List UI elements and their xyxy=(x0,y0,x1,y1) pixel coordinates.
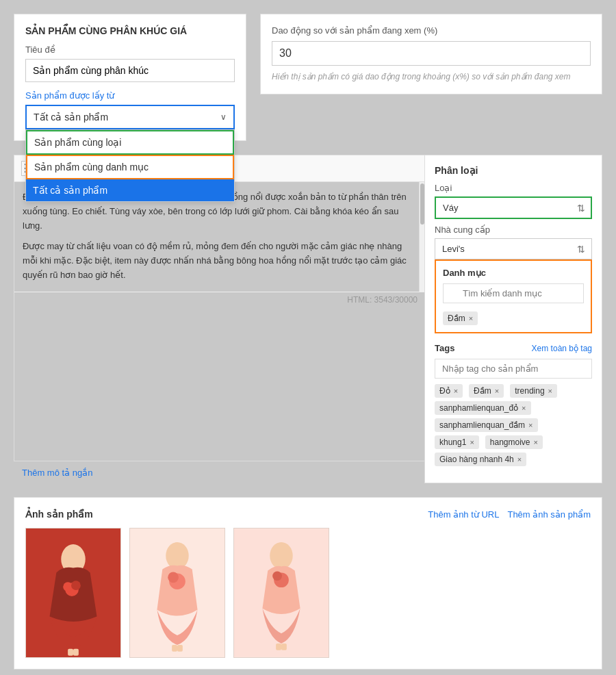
tag-dam-remove[interactable]: × xyxy=(495,387,499,395)
tag-sp-lq-do: sanphamlienquan_đỏ × xyxy=(435,401,531,415)
tags-title: Tags xyxy=(435,343,454,353)
tag-giao-hang-remove[interactable]: × xyxy=(517,455,522,463)
chevron-down-icon: ∨ xyxy=(220,112,227,122)
svg-point-3 xyxy=(63,582,73,591)
dao-dong-label: Dao động so với sản phẩm đang xem (%) xyxy=(272,25,591,36)
san-pham-source-label: Sản phẩm được lấy từ xyxy=(25,90,235,101)
ncc-select-wrapper: Levi's xyxy=(435,238,592,259)
product-image-2[interactable] xyxy=(129,528,225,658)
anh-links: Thêm ảnh từ URL Thêm ảnh sản phẩm xyxy=(428,509,591,520)
tags-header: Tags Xem toàn bộ tag xyxy=(435,343,592,353)
product-image-1-svg xyxy=(26,528,120,657)
tieu-de-label: Tiêu đề xyxy=(25,44,235,55)
danh-muc-search-input[interactable] xyxy=(443,283,584,303)
tag-dam: Đầm × xyxy=(469,384,504,398)
loai-select[interactable]: Váy xyxy=(435,196,592,219)
right-sidebar: Phân loại Loại Váy Nhà cung cấp Levi's D… xyxy=(424,155,602,483)
svg-rect-5 xyxy=(68,649,73,656)
phan-loai-title: Phân loại xyxy=(435,165,592,176)
them-anh-url-link[interactable]: Thêm ảnh từ URL xyxy=(428,509,499,520)
svg-rect-18 xyxy=(281,644,287,650)
tags-row-4: khung1 × hangmoive × xyxy=(435,435,592,449)
tags-row-5: Giao hàng nhanh 4h × xyxy=(435,453,592,466)
tag-sp-lq-dam-remove[interactable]: × xyxy=(528,421,532,429)
svg-rect-12 xyxy=(177,645,183,652)
editor-column: 🖼 🔗 </> ⚑ ⛶ Đầm dạ hội cổ cách điệu kiểu… xyxy=(14,155,424,483)
middle-panel: 🖼 🔗 </> ⚑ ⛶ Đầm dạ hội cổ cách điệu kiểu… xyxy=(14,155,602,483)
anh-header: Ảnh sản phẩm Thêm ảnh từ URL Thêm ảnh sả… xyxy=(25,509,591,520)
editor-footer: HTML: 3543/30000 xyxy=(14,292,424,307)
product-image-3[interactable] xyxy=(233,528,329,658)
tags-row-2: sanphamlienquan_đỏ × xyxy=(435,401,592,415)
product-image-2-svg xyxy=(130,528,224,657)
them-anh-sp-link[interactable]: Thêm ảnh sản phẩm xyxy=(507,509,591,520)
scrollbar[interactable] xyxy=(419,182,424,292)
tag-hangmoive: hangmoive × xyxy=(485,435,543,449)
svg-point-10 xyxy=(168,572,179,583)
xem-toan-bo-link[interactable]: Xem toàn bộ tag xyxy=(532,344,592,353)
danh-muc-tag-dam: Đầm × xyxy=(443,311,478,325)
tag-trending: trending × xyxy=(510,384,557,398)
tag-khung1-remove[interactable]: × xyxy=(470,438,474,446)
tag-khung1: khung1 × xyxy=(435,435,479,449)
tag-do-remove[interactable]: × xyxy=(454,387,458,395)
ncc-select[interactable]: Levi's xyxy=(435,238,592,259)
danh-muc-search-wrapper xyxy=(443,283,584,307)
svg-rect-6 xyxy=(73,649,79,656)
product-images xyxy=(25,528,591,658)
svg-rect-17 xyxy=(276,644,281,650)
danh-muc-title: Danh mục xyxy=(443,268,584,278)
product-image-3-svg xyxy=(234,528,329,657)
danh-muc-section: Danh mục Đầm × xyxy=(435,259,592,333)
loai-label: Loại xyxy=(435,183,592,193)
tags-row-3: sanphamlienquan_đầm × xyxy=(435,418,592,432)
dao-dong-input[interactable] xyxy=(272,41,591,66)
dam-tag-remove-icon[interactable]: × xyxy=(469,314,473,322)
tags-section: Tags Xem toàn bộ tag Đỏ × Đầm × trending xyxy=(435,343,592,466)
dropdown-item-all[interactable]: Tất cả sản phẩm xyxy=(26,179,234,201)
anh-title: Ảnh sản phẩm xyxy=(25,509,93,520)
main-container: SẢN PHẨM CÙNG PHÂN KHÚC GIÁ Tiêu đề Sản … xyxy=(0,0,616,675)
them-mo-ta-link[interactable]: Thêm mô tả ngắn xyxy=(14,462,101,483)
svg-rect-11 xyxy=(172,645,177,652)
price-range-card: Dao động so với sản phẩm đang xem (%) Hi… xyxy=(260,14,602,94)
tag-sp-lq-do-remove[interactable]: × xyxy=(522,404,526,412)
danh-muc-tags-row: Đầm × xyxy=(443,311,584,325)
price-segment-title: SẢN PHẨM CÙNG PHÂN KHÚC GIÁ xyxy=(25,25,235,36)
bottom-panel: Ảnh sản phẩm Thêm ảnh từ URL Thêm ảnh sả… xyxy=(14,497,602,670)
tag-sp-lq-dam: sanphamlienquan_đầm × xyxy=(435,418,538,432)
price-segment-card: SẢN PHẨM CÙNG PHÂN KHÚC GIÁ Tiêu đề Sản … xyxy=(14,14,246,141)
scrollbar-thumb xyxy=(420,183,424,225)
loai-select-wrapper: Váy xyxy=(435,196,592,219)
dam-tag-label: Đầm xyxy=(448,314,465,323)
tags-row-1: Đỏ × Đầm × trending × xyxy=(435,384,592,398)
top-panel: SẢN PHẨM CÙNG PHÂN KHÚC GIÁ Tiêu đề Sản … xyxy=(0,0,616,155)
svg-point-14 xyxy=(270,542,293,569)
tag-giao-hang: Giao hàng nhanh 4h × xyxy=(435,453,526,466)
dropdown-menu: Sản phẩm cùng loại Sản phẩm cùng danh mụ… xyxy=(25,129,235,202)
dropdown-item-same-type[interactable]: Sản phẩm cùng loại xyxy=(26,130,234,155)
dropdown-item-same-category[interactable]: Sản phẩm cùng danh mục xyxy=(26,155,234,179)
editor-paragraph-2: Được may từ chất liệu voan có độ mềm rủ,… xyxy=(23,240,411,282)
tag-hangmoive-remove[interactable]: × xyxy=(534,438,538,446)
svg-point-8 xyxy=(166,542,189,569)
html-counter: HTML: 3543/30000 xyxy=(347,295,418,305)
svg-point-16 xyxy=(272,571,282,581)
tag-trending-remove[interactable]: × xyxy=(548,387,552,395)
ncc-label: Nhà cung cấp xyxy=(435,225,592,235)
dao-dong-hint: Hiển thị sản phẩm có giá dao động trong … xyxy=(272,71,591,83)
source-dropdown[interactable]: Tất cả sản phẩm ∨ Sản phẩm cùng loại Sản… xyxy=(25,105,235,129)
tag-do: Đỏ × xyxy=(435,384,463,398)
them-mo-ta-container: Thêm mô tả ngắn xyxy=(14,461,424,483)
dropdown-selected[interactable]: Tất cả sản phẩm ∨ xyxy=(25,105,235,129)
tieu-de-input[interactable] xyxy=(25,59,235,82)
tag-input[interactable] xyxy=(435,359,592,379)
svg-point-4 xyxy=(71,581,81,590)
product-image-1[interactable] xyxy=(25,528,121,658)
